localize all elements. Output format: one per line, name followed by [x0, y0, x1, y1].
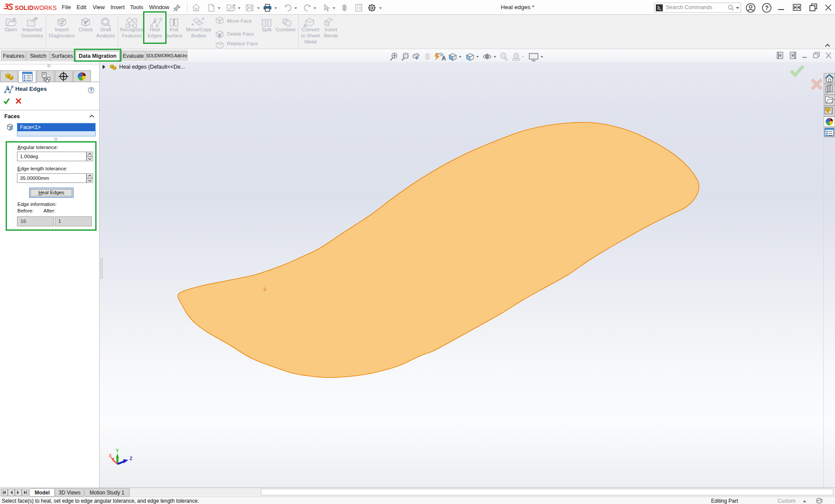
svg-text:Z: Z: [130, 456, 133, 461]
svg-text:Open: Open: [5, 27, 17, 32]
svg-text:Bodies: Bodies: [191, 33, 206, 38]
svg-text:Surface: Surface: [165, 33, 183, 38]
svg-text:Features: Features: [122, 33, 142, 38]
svg-text:X: X: [109, 453, 112, 458]
svg-text:Imported: Imported: [22, 27, 42, 32]
svg-text:Analysis: Analysis: [97, 33, 115, 38]
svg-text:Diagnostics: Diagnostics: [49, 33, 75, 38]
svg-text:Import: Import: [55, 27, 69, 32]
svg-text:SOLIDWORKS: SOLIDWORKS: [15, 5, 57, 11]
svg-text:Move Face: Move Face: [227, 18, 252, 23]
svg-text:Convert: Convert: [302, 27, 320, 32]
svg-text:Move/Copy: Move/Copy: [186, 27, 211, 32]
svg-text:Y: Y: [116, 448, 119, 453]
svg-text:Split: Split: [262, 27, 272, 32]
svg-text:Metal: Metal: [304, 39, 317, 44]
svg-text:Delete Face: Delete Face: [227, 31, 254, 36]
svg-text:Combine: Combine: [276, 27, 296, 32]
svg-text:Insert: Insert: [325, 27, 338, 32]
svg-text:Recognize: Recognize: [120, 27, 144, 32]
svg-text:?: ?: [765, 4, 769, 11]
svg-text:Geometry: Geometry: [21, 33, 43, 38]
svg-text:Knit: Knit: [170, 27, 179, 32]
svg-text:?: ?: [90, 87, 92, 93]
svg-text:A: A: [442, 55, 446, 61]
svg-text:to Sheet: to Sheet: [301, 33, 321, 38]
svg-text:Bends: Bends: [324, 33, 338, 38]
svg-text:Draft: Draft: [100, 27, 112, 32]
svg-text:Replace Face: Replace Face: [227, 41, 258, 46]
svg-text:Check: Check: [79, 27, 93, 32]
